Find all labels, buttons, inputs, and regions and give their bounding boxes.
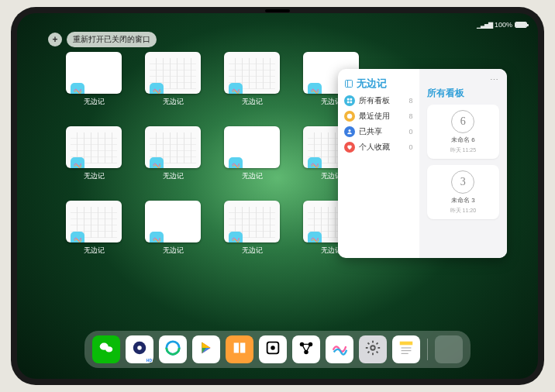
- notes-icon: [398, 339, 415, 359]
- battery-pct: 100%: [495, 21, 512, 29]
- window-label: 无边记: [84, 171, 105, 181]
- board-name: 未命名 3: [451, 196, 475, 205]
- freeform-app-icon: [71, 83, 84, 94]
- dock-app-play[interactable]: [192, 335, 220, 363]
- board-time: 昨天 11:25: [450, 146, 476, 154]
- dock-recents-group[interactable]: [435, 335, 463, 363]
- nav-item-label: 所有看板: [359, 95, 390, 106]
- window-thumb[interactable]: 无边记: [143, 126, 203, 187]
- board-glyph: 3: [451, 170, 474, 194]
- window-thumb[interactable]: 无边记: [64, 126, 124, 187]
- dock-app-settings[interactable]: [359, 335, 387, 363]
- nav-item-grid[interactable]: 所有看板8: [344, 95, 413, 106]
- window-thumb[interactable]: 无边记: [222, 201, 282, 261]
- nav-item-clock[interactable]: 最近使用8: [344, 111, 413, 122]
- freeform-app-icon: [308, 157, 322, 168]
- svg-point-14: [271, 346, 274, 349]
- freeform-app-icon: [150, 157, 164, 168]
- freeform-panel: 无边记 所有看板8最近使用8已共享0个人收藏0 ⋯ 所有看板 6未命名 6昨天 …: [338, 69, 507, 258]
- board-time: 昨天 11:20: [450, 207, 476, 215]
- nav-item-heart[interactable]: 个人收藏0: [344, 142, 413, 153]
- dock-app-freeform[interactable]: [326, 335, 353, 363]
- svg-rect-3: [347, 101, 349, 103]
- window-thumb[interactable]: 无边记: [143, 201, 203, 261]
- dock-app-wechat[interactable]: [92, 335, 120, 363]
- window-label: 无边记: [242, 97, 263, 107]
- clock-icon: [344, 111, 355, 122]
- panel-nav: 无边记 所有看板8最近使用8已共享0个人收藏0: [338, 69, 419, 258]
- board-card[interactable]: 3未命名 3昨天 11:20: [427, 165, 499, 219]
- grid-icon: [344, 95, 355, 106]
- status-bar: ▁▃▅▇ 100%: [17, 18, 538, 32]
- svg-rect-1: [347, 98, 349, 100]
- screen: ▁▃▅▇ 100% + 重新打开已关闭的窗口 无边记无边记无边记无边记无边记无边…: [17, 13, 538, 379]
- freeform-app-icon: [229, 157, 243, 168]
- dock-app-quark[interactable]: [126, 335, 153, 363]
- svg-rect-4: [350, 101, 352, 103]
- dock: [84, 331, 471, 368]
- sidebar-icon: [344, 79, 353, 88]
- wechat-icon: [98, 339, 115, 359]
- svg-point-18: [371, 346, 375, 350]
- svg-point-10: [137, 346, 142, 350]
- panel-nav-title: 无边记: [357, 77, 387, 91]
- freeform-app-icon: [71, 232, 84, 242]
- nav-item-count: 0: [409, 128, 413, 136]
- freeform-app-icon: [308, 83, 322, 94]
- window-label: 无边记: [163, 246, 184, 256]
- board-name: 未命名 6: [451, 136, 475, 144]
- reopen-closed-button[interactable]: 重新打开已关闭的窗口: [67, 32, 157, 47]
- ipad-device: ▁▃▅▇ 100% + 重新打开已关闭的窗口 无边记无边记无边记无边记无边记无边…: [11, 7, 544, 385]
- window-label: 无边记: [163, 97, 184, 107]
- panel-boards: ⋯ 所有看板 6未命名 6昨天 11:253未命名 3昨天 11:20: [419, 69, 507, 258]
- window-label: 无边记: [84, 97, 105, 107]
- signal-icon: ▁▃▅▇: [477, 22, 492, 29]
- play-icon: [198, 339, 215, 359]
- qq-browser-icon: [164, 339, 181, 359]
- dock-app-nodes[interactable]: [292, 335, 320, 363]
- dock-app-notes[interactable]: [392, 335, 420, 363]
- battery-icon: [515, 22, 527, 28]
- freeform-icon: [331, 339, 348, 359]
- freeform-app-icon: [150, 83, 164, 94]
- window-thumb[interactable]: 无边记: [64, 52, 124, 112]
- nav-item-count: 0: [409, 143, 413, 151]
- nodes-icon: [298, 339, 315, 359]
- nav-item-count: 8: [409, 97, 413, 105]
- nav-item-person[interactable]: 已共享0: [344, 126, 413, 137]
- nav-item-label: 最近使用: [359, 111, 390, 122]
- board-glyph: 6: [451, 110, 474, 133]
- svg-rect-2: [350, 98, 352, 100]
- dock-separator: [427, 339, 428, 360]
- new-window-button[interactable]: +: [48, 33, 62, 46]
- panel-boards-title: 所有看板: [427, 87, 499, 100]
- freeform-app-icon: [71, 157, 84, 168]
- window-thumb[interactable]: 无边记: [64, 201, 124, 261]
- svg-rect-19: [400, 342, 413, 346]
- nav-item-label: 已共享: [359, 126, 382, 137]
- app-expose-grid: 无边记无边记无边记无边记无边记无边记无边记无边记无边记无边记无边记无边记: [64, 52, 361, 335]
- svg-point-8: [105, 346, 112, 352]
- dock-app-books[interactable]: [226, 335, 253, 363]
- more-icon[interactable]: ⋯: [427, 75, 499, 85]
- board-card[interactable]: 6未命名 6昨天 11:25: [427, 105, 499, 159]
- dice-icon: [264, 339, 281, 359]
- window-label: 无边记: [84, 246, 105, 256]
- dock-app-qq-browser[interactable]: [159, 335, 187, 363]
- freeform-app-icon: [229, 83, 243, 94]
- camera-notch: [265, 9, 290, 12]
- window-thumb[interactable]: 无边记: [222, 126, 282, 187]
- books-icon: [231, 339, 248, 359]
- window-thumb[interactable]: 无边记: [222, 52, 282, 112]
- window-thumb[interactable]: 无边记: [143, 52, 203, 112]
- dock-app-dice[interactable]: [259, 335, 287, 363]
- freeform-app-icon: [229, 232, 243, 242]
- quark-icon: [131, 339, 148, 359]
- settings-icon: [364, 339, 381, 359]
- freeform-app-icon: [308, 232, 322, 242]
- svg-point-6: [349, 129, 351, 132]
- heart-icon: [344, 142, 355, 153]
- freeform-app-icon: [150, 232, 164, 242]
- nav-item-label: 个人收藏: [359, 142, 390, 153]
- svg-rect-0: [346, 81, 353, 88]
